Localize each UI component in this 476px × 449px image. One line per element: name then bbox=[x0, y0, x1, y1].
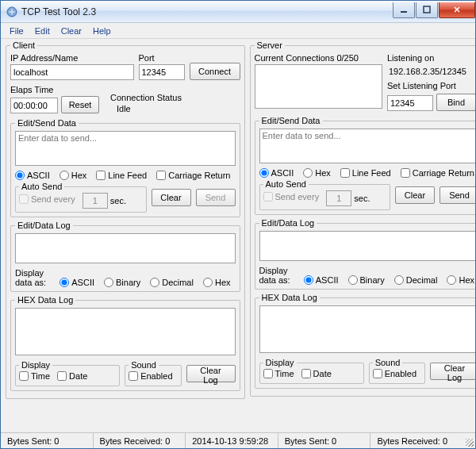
client-displayas-label: Display data as: bbox=[15, 268, 55, 287]
client-sound-check[interactable]: Enabled bbox=[129, 371, 172, 381]
server-sendevery-input[interactable] bbox=[326, 190, 351, 206]
curconn-list[interactable] bbox=[255, 64, 383, 109]
client-sendevery-input[interactable] bbox=[83, 193, 108, 209]
titlebar[interactable]: TCP Test Tool 2.3 bbox=[1, 1, 475, 23]
server-sound-group: Sound Enabled bbox=[369, 358, 425, 384]
listening-label: Listening on bbox=[387, 53, 475, 63]
client-clearlog-button[interactable]: Clear Log bbox=[186, 365, 236, 382]
reset-button[interactable]: Reset bbox=[61, 96, 99, 113]
server-send-textarea[interactable] bbox=[259, 129, 476, 163]
menu-help[interactable]: Help bbox=[87, 25, 117, 37]
server-cr-check[interactable]: Carriage Return bbox=[401, 168, 474, 178]
setport-input[interactable] bbox=[387, 95, 433, 111]
connect-button[interactable]: Connect bbox=[190, 63, 240, 80]
server-hex-radio[interactable]: Hex bbox=[303, 168, 331, 178]
client-hex-radio[interactable]: Hex bbox=[60, 171, 87, 180]
server-autosend-group: Auto Send Send every sec. bbox=[259, 179, 391, 210]
client-da-decimal[interactable]: Decimal bbox=[150, 278, 194, 287]
client-port-label: Port bbox=[139, 53, 185, 63]
client-time-check[interactable]: Time bbox=[19, 371, 50, 381]
server-sendevery-check[interactable]: Send every bbox=[263, 192, 320, 201]
setport-label: Set Listening Port bbox=[387, 81, 475, 90]
client-date-check[interactable]: Date bbox=[57, 371, 87, 381]
elaps-label: Elaps Time bbox=[10, 85, 106, 94]
server-hexlog-legend: HEX Data Log bbox=[259, 293, 320, 302]
statusbar: Bytes Sent: 0 Bytes Received: 0 2014-10-… bbox=[1, 432, 475, 448]
client-editlog-group: Edit/Data Log Display data as: ASCII Bin… bbox=[10, 221, 240, 292]
client-autosend-group: Auto Send Send every sec. bbox=[15, 182, 147, 213]
client-sec-label: sec. bbox=[110, 196, 126, 205]
client-hexlog-textarea[interactable] bbox=[15, 308, 236, 355]
server-editlog-group: Edit/Data Log Display data as: ASCII Bin… bbox=[255, 218, 476, 290]
client-editlog-legend: Edit/Data Log bbox=[15, 221, 73, 230]
server-lf-check[interactable]: Line Feed bbox=[340, 168, 391, 178]
client-port-input[interactable] bbox=[139, 64, 185, 80]
status-sent-left: Bytes Sent: 0 bbox=[1, 433, 93, 448]
client-da-binary[interactable]: Binary bbox=[104, 278, 140, 287]
client-editlog-textarea[interactable] bbox=[15, 233, 236, 263]
listening-value: 192.168.2.35/12345 bbox=[387, 66, 475, 79]
server-display-legend: Display bbox=[263, 358, 297, 367]
client-hexlog-legend: HEX Data Log bbox=[15, 295, 75, 305]
app-icon bbox=[6, 6, 18, 18]
server-da-ascii[interactable]: ASCII bbox=[304, 275, 339, 285]
status-sent-right: Bytes Sent: 0 bbox=[278, 433, 370, 448]
menubar: File Edit Clear Help bbox=[1, 23, 475, 39]
server-sec-label: sec. bbox=[354, 194, 370, 203]
client-send-button[interactable]: Send bbox=[196, 189, 236, 206]
client-sound-group: Sound Enabled bbox=[125, 360, 181, 386]
ip-label: IP Address/Name bbox=[10, 53, 134, 63]
client-cr-check[interactable]: Carriage Return bbox=[156, 171, 230, 180]
close-button[interactable] bbox=[439, 2, 475, 18]
bind-button[interactable]: Bind bbox=[436, 94, 475, 111]
server-time-check[interactable]: Time bbox=[263, 369, 294, 378]
server-editsend-legend: Edit/Send Data bbox=[259, 116, 323, 125]
status-time: 2014-10-13 9:59:28 bbox=[185, 433, 278, 448]
resize-grip-icon[interactable] bbox=[463, 433, 475, 448]
conn-status-label: Connection Status bbox=[110, 93, 240, 102]
server-display-group: Display Time Date bbox=[259, 358, 364, 384]
client-editsend-group: Edit/Send Data ASCII Hex Line Feed Carri… bbox=[10, 118, 240, 217]
ip-input[interactable] bbox=[10, 64, 134, 80]
server-hexlog-textarea[interactable] bbox=[259, 305, 476, 353]
server-legend: Server bbox=[255, 40, 285, 50]
maximize-button[interactable] bbox=[416, 2, 438, 18]
server-da-binary[interactable]: Binary bbox=[348, 275, 385, 285]
client-clear-button[interactable]: Clear bbox=[152, 189, 191, 206]
elaps-output bbox=[10, 98, 58, 113]
client-da-hex[interactable]: Hex bbox=[203, 278, 231, 287]
client-ascii-radio[interactable]: ASCII bbox=[15, 171, 50, 180]
client-send-textarea[interactable] bbox=[15, 131, 236, 166]
server-da-decimal[interactable]: Decimal bbox=[394, 275, 438, 285]
client-da-ascii[interactable]: ASCII bbox=[60, 278, 94, 287]
client-sound-legend: Sound bbox=[129, 360, 159, 370]
server-group: Server Current Connections 0/250 Listeni… bbox=[250, 40, 476, 397]
svg-rect-2 bbox=[424, 6, 430, 13]
server-ascii-radio[interactable]: ASCII bbox=[259, 168, 294, 178]
minimize-button[interactable] bbox=[393, 2, 415, 18]
server-sound-check[interactable]: Enabled bbox=[373, 369, 416, 378]
server-clear-button[interactable]: Clear bbox=[395, 186, 435, 204]
status-recv-right: Bytes Received: 0 bbox=[370, 433, 463, 448]
app-window: TCP Test Tool 2.3 File Edit Clear Help C… bbox=[0, 0, 476, 449]
menu-edit[interactable]: Edit bbox=[29, 25, 56, 37]
client-hexlog-group: HEX Data Log Display Time Date Sound Ena… bbox=[10, 295, 240, 391]
menu-clear[interactable]: Clear bbox=[56, 25, 87, 37]
menu-file[interactable]: File bbox=[4, 25, 29, 37]
server-editsend-group: Edit/Send Data ASCII Hex Line Feed Carri… bbox=[255, 116, 476, 215]
server-clearlog-button[interactable]: Clear Log bbox=[430, 363, 475, 380]
server-send-button[interactable]: Send bbox=[440, 186, 475, 204]
curconn-label: Current Connections 0/250 bbox=[255, 53, 383, 63]
client-display-legend: Display bbox=[19, 360, 52, 370]
client-sendevery-check[interactable]: Send every bbox=[19, 194, 75, 204]
server-editlog-textarea[interactable] bbox=[259, 231, 476, 261]
conn-status-value: Idle bbox=[110, 104, 240, 113]
window-title: TCP Test Tool 2.3 bbox=[21, 6, 392, 17]
client-lf-check[interactable]: Line Feed bbox=[96, 171, 147, 180]
server-autosend-legend: Auto Send bbox=[263, 179, 309, 189]
server-sound-legend: Sound bbox=[373, 358, 403, 367]
server-da-hex[interactable]: Hex bbox=[447, 275, 474, 285]
server-editlog-legend: Edit/Data Log bbox=[259, 218, 317, 228]
server-displayas-label: Display data as: bbox=[259, 266, 299, 285]
server-date-check[interactable]: Date bbox=[301, 369, 332, 378]
